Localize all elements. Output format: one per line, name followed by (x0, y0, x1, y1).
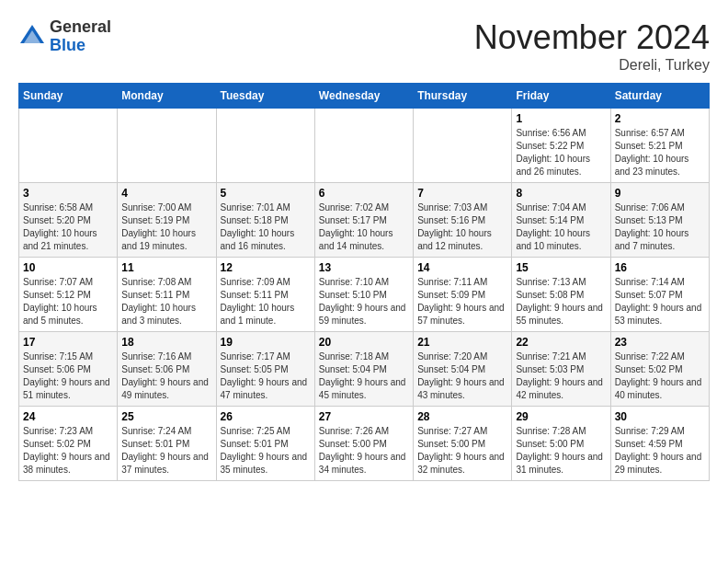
calendar-cell: 1Sunrise: 6:56 AM Sunset: 5:22 PM Daylig… (512, 109, 610, 183)
day-info: Sunrise: 7:06 AM Sunset: 5:13 PM Dayligh… (615, 201, 705, 253)
calendar-cell: 8Sunrise: 7:04 AM Sunset: 5:14 PM Daylig… (512, 183, 610, 258)
weekday-header-wednesday: Wednesday (314, 84, 413, 109)
day-info: Sunrise: 7:22 AM Sunset: 5:02 PM Dayligh… (615, 350, 705, 402)
day-number: 7 (417, 187, 507, 200)
weekday-header-sunday: Sunday (19, 84, 118, 109)
day-number: 19 (221, 336, 311, 349)
day-number: 10 (23, 261, 113, 274)
calendar-cell: 6Sunrise: 7:02 AM Sunset: 5:17 PM Daylig… (314, 183, 413, 258)
day-info: Sunrise: 7:13 AM Sunset: 5:08 PM Dayligh… (516, 276, 606, 327)
calendar-cell: 24Sunrise: 7:23 AM Sunset: 5:02 PM Dayli… (19, 407, 118, 481)
calendar-cell (216, 109, 314, 183)
calendar-cell: 18Sunrise: 7:16 AM Sunset: 5:06 PM Dayli… (118, 332, 216, 407)
calendar-cell: 11Sunrise: 7:08 AM Sunset: 5:11 PM Dayli… (118, 258, 216, 332)
day-number: 1 (516, 112, 606, 125)
week-row-3: 10Sunrise: 7:07 AM Sunset: 5:12 PM Dayli… (19, 258, 710, 332)
day-number: 4 (121, 187, 211, 200)
logo-blue: Blue (50, 36, 85, 54)
calendar-cell: 3Sunrise: 6:58 AM Sunset: 5:20 PM Daylig… (19, 183, 118, 258)
calendar-cell: 26Sunrise: 7:25 AM Sunset: 5:01 PM Dayli… (216, 407, 314, 481)
title-block: November 2024 Dereli, Turkey (474, 18, 710, 74)
weekday-header-saturday: Saturday (610, 84, 709, 109)
day-info: Sunrise: 6:56 AM Sunset: 5:22 PM Dayligh… (516, 127, 606, 178)
calendar-cell: 12Sunrise: 7:09 AM Sunset: 5:11 PM Dayli… (216, 258, 314, 332)
day-info: Sunrise: 7:10 AM Sunset: 5:10 PM Dayligh… (319, 276, 409, 327)
day-info: Sunrise: 6:57 AM Sunset: 5:21 PM Dayligh… (615, 127, 705, 178)
calendar-table: SundayMondayTuesdayWednesdayThursdayFrid… (18, 83, 710, 481)
calendar-cell: 22Sunrise: 7:21 AM Sunset: 5:03 PM Dayli… (512, 332, 610, 407)
day-info: Sunrise: 7:07 AM Sunset: 5:12 PM Dayligh… (23, 276, 113, 327)
day-number: 5 (221, 187, 311, 200)
weekday-header-friday: Friday (512, 84, 610, 109)
calendar-cell: 2Sunrise: 6:57 AM Sunset: 5:21 PM Daylig… (610, 109, 709, 183)
calendar-cell (19, 109, 118, 183)
calendar-cell: 5Sunrise: 7:01 AM Sunset: 5:18 PM Daylig… (216, 183, 314, 258)
logo-text: General Blue (50, 18, 111, 55)
calendar-cell: 15Sunrise: 7:13 AM Sunset: 5:08 PM Dayli… (512, 258, 610, 332)
calendar-cell: 10Sunrise: 7:07 AM Sunset: 5:12 PM Dayli… (19, 258, 118, 332)
logo-general: General (50, 17, 111, 36)
day-info: Sunrise: 7:15 AM Sunset: 5:06 PM Dayligh… (23, 350, 113, 402)
day-info: Sunrise: 7:02 AM Sunset: 5:17 PM Dayligh… (319, 201, 409, 253)
day-number: 27 (319, 410, 409, 423)
calendar-cell (314, 109, 413, 183)
day-info: Sunrise: 7:29 AM Sunset: 4:59 PM Dayligh… (615, 425, 705, 477)
calendar-cell: 14Sunrise: 7:11 AM Sunset: 5:09 PM Dayli… (414, 258, 512, 332)
weekday-header-tuesday: Tuesday (216, 84, 314, 109)
day-info: Sunrise: 7:00 AM Sunset: 5:19 PM Dayligh… (121, 201, 211, 253)
day-number: 28 (417, 410, 507, 423)
calendar-cell: 30Sunrise: 7:29 AM Sunset: 4:59 PM Dayli… (610, 407, 709, 481)
weekday-header-thursday: Thursday (414, 84, 512, 109)
calendar-cell (118, 109, 216, 183)
day-info: Sunrise: 7:08 AM Sunset: 5:11 PM Dayligh… (121, 276, 211, 327)
weekday-header-row: SundayMondayTuesdayWednesdayThursdayFrid… (19, 84, 710, 109)
calendar-cell: 23Sunrise: 7:22 AM Sunset: 5:02 PM Dayli… (610, 332, 709, 407)
day-number: 14 (417, 261, 507, 274)
day-number: 20 (319, 336, 409, 349)
calendar-cell: 27Sunrise: 7:26 AM Sunset: 5:00 PM Dayli… (314, 407, 413, 481)
calendar-cell: 16Sunrise: 7:14 AM Sunset: 5:07 PM Dayli… (610, 258, 709, 332)
day-info: Sunrise: 7:20 AM Sunset: 5:04 PM Dayligh… (417, 350, 507, 402)
day-number: 13 (319, 261, 409, 274)
day-number: 2 (615, 112, 705, 125)
calendar-cell: 20Sunrise: 7:18 AM Sunset: 5:04 PM Dayli… (314, 332, 413, 407)
logo-icon (18, 23, 46, 51)
day-info: Sunrise: 7:16 AM Sunset: 5:06 PM Dayligh… (121, 350, 211, 402)
day-number: 16 (615, 261, 705, 274)
day-number: 23 (615, 336, 705, 349)
day-info: Sunrise: 7:26 AM Sunset: 5:00 PM Dayligh… (319, 425, 409, 477)
day-number: 12 (221, 261, 311, 274)
calendar-cell: 21Sunrise: 7:20 AM Sunset: 5:04 PM Dayli… (414, 332, 512, 407)
day-number: 26 (221, 410, 311, 423)
calendar-cell: 17Sunrise: 7:15 AM Sunset: 5:06 PM Dayli… (19, 332, 118, 407)
day-info: Sunrise: 6:58 AM Sunset: 5:20 PM Dayligh… (23, 201, 113, 253)
day-info: Sunrise: 7:03 AM Sunset: 5:16 PM Dayligh… (417, 201, 507, 253)
day-number: 18 (121, 336, 211, 349)
day-info: Sunrise: 7:27 AM Sunset: 5:00 PM Dayligh… (417, 425, 507, 477)
day-info: Sunrise: 7:23 AM Sunset: 5:02 PM Dayligh… (23, 425, 113, 477)
day-info: Sunrise: 7:18 AM Sunset: 5:04 PM Dayligh… (319, 350, 409, 402)
day-info: Sunrise: 7:28 AM Sunset: 5:00 PM Dayligh… (516, 425, 606, 477)
day-info: Sunrise: 7:01 AM Sunset: 5:18 PM Dayligh… (221, 201, 311, 253)
page-header: General Blue November 2024 Dereli, Turke… (18, 18, 710, 74)
day-number: 9 (615, 187, 705, 200)
day-info: Sunrise: 7:11 AM Sunset: 5:09 PM Dayligh… (417, 276, 507, 327)
day-number: 29 (516, 410, 606, 423)
calendar-cell (414, 109, 512, 183)
day-number: 24 (23, 410, 113, 423)
week-row-2: 3Sunrise: 6:58 AM Sunset: 5:20 PM Daylig… (19, 183, 710, 258)
month-title: November 2024 (474, 18, 710, 57)
day-info: Sunrise: 7:17 AM Sunset: 5:05 PM Dayligh… (221, 350, 311, 402)
day-info: Sunrise: 7:25 AM Sunset: 5:01 PM Dayligh… (221, 425, 311, 477)
calendar-cell: 28Sunrise: 7:27 AM Sunset: 5:00 PM Dayli… (414, 407, 512, 481)
day-number: 25 (121, 410, 211, 423)
day-number: 6 (319, 187, 409, 200)
week-row-5: 24Sunrise: 7:23 AM Sunset: 5:02 PM Dayli… (19, 407, 710, 481)
calendar-cell: 4Sunrise: 7:00 AM Sunset: 5:19 PM Daylig… (118, 183, 216, 258)
day-number: 15 (516, 261, 606, 274)
calendar-cell: 7Sunrise: 7:03 AM Sunset: 5:16 PM Daylig… (414, 183, 512, 258)
day-number: 3 (23, 187, 113, 200)
day-number: 21 (417, 336, 507, 349)
day-number: 17 (23, 336, 113, 349)
day-info: Sunrise: 7:04 AM Sunset: 5:14 PM Dayligh… (516, 201, 606, 253)
